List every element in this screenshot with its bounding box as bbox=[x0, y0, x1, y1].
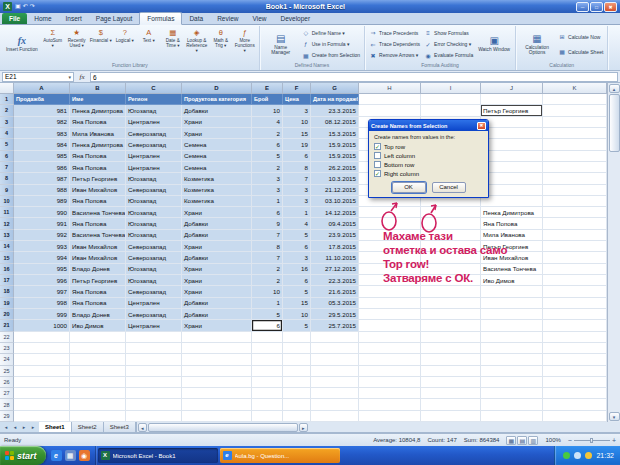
cell-I2[interactable] bbox=[421, 105, 481, 116]
zoom-in-icon[interactable]: + bbox=[612, 437, 616, 444]
cell-F16[interactable]: 16 bbox=[283, 264, 311, 275]
cell-C22[interactable] bbox=[126, 332, 182, 343]
cell-B22[interactable] bbox=[70, 332, 126, 343]
dialog-close-icon[interactable]: ✖ bbox=[477, 122, 486, 130]
col-header-B[interactable]: B bbox=[70, 83, 126, 94]
cell-J6[interactable] bbox=[481, 151, 543, 162]
ribbon-button-recently-used[interactable]: ★Recently Used ▾ bbox=[65, 26, 89, 62]
tab-formulas[interactable]: Formulas bbox=[139, 12, 182, 25]
cell-E25[interactable] bbox=[252, 366, 283, 377]
cell-E16[interactable]: 2 bbox=[252, 264, 283, 275]
cell-K17[interactable] bbox=[543, 275, 607, 286]
cell-H29[interactable] bbox=[359, 411, 421, 422]
cell-I28[interactable] bbox=[421, 399, 481, 410]
cell-B17[interactable]: Петър Георгиев bbox=[70, 275, 126, 286]
cell-F2[interactable]: 3 bbox=[283, 105, 311, 116]
cell-C14[interactable]: Северозапад bbox=[126, 241, 182, 252]
cell-C17[interactable]: Югозапад bbox=[126, 275, 182, 286]
tab-data[interactable]: Data bbox=[182, 13, 210, 24]
cell-E15[interactable]: 7 bbox=[252, 252, 283, 263]
cell-C10[interactable]: Югозапад bbox=[126, 196, 182, 207]
ribbon-button-error-checking[interactable]: ✓Error Checking ▾ bbox=[422, 39, 475, 50]
taskbar-app-microsoft-excel-book1[interactable]: XMicrosoft Excel - Book1 bbox=[98, 448, 218, 463]
cell-A8[interactable]: 987 bbox=[14, 173, 70, 184]
cell-C6[interactable]: Централен bbox=[126, 151, 182, 162]
row-header-5[interactable]: 5 bbox=[0, 139, 14, 150]
cell-K8[interactable] bbox=[543, 173, 607, 184]
ribbon-button-more-functions[interactable]: ƒMore Functions ▾ bbox=[233, 26, 257, 62]
cell-D2[interactable]: Добавки bbox=[182, 105, 252, 116]
row-header-24[interactable]: 24 bbox=[0, 354, 14, 365]
cell-J8[interactable] bbox=[481, 173, 543, 184]
cell-A13[interactable]: 992 bbox=[14, 230, 70, 241]
cell-B11[interactable]: Василена Тончева bbox=[70, 207, 126, 218]
next-sheet-icon[interactable]: ▸ bbox=[20, 424, 28, 430]
cell-A21[interactable]: 1000 bbox=[14, 320, 70, 331]
cell-D15[interactable]: Добавки bbox=[182, 252, 252, 263]
cell-F27[interactable] bbox=[283, 388, 311, 399]
cell-B28[interactable] bbox=[70, 399, 126, 410]
cell-K21[interactable] bbox=[543, 320, 607, 331]
col-header-D[interactable]: D bbox=[182, 83, 252, 94]
col-header-K[interactable]: K bbox=[543, 83, 607, 94]
zoom-slider[interactable]: − + bbox=[568, 437, 616, 444]
cell-A9[interactable]: 988 bbox=[14, 185, 70, 196]
cell-E9[interactable]: 3 bbox=[252, 185, 283, 196]
tab-home[interactable]: Home bbox=[27, 13, 58, 24]
zoom-out-icon[interactable]: − bbox=[568, 437, 572, 444]
cell-B27[interactable] bbox=[70, 388, 126, 399]
cell-H28[interactable] bbox=[359, 399, 421, 410]
row-header-4[interactable]: 4 bbox=[0, 128, 14, 139]
cell-J21[interactable] bbox=[481, 320, 543, 331]
cell-D9[interactable]: Козметика bbox=[182, 185, 252, 196]
cell-B9[interactable]: Иван Михайлов bbox=[70, 185, 126, 196]
save-icon[interactable]: ▣ bbox=[15, 2, 21, 11]
row-header-16[interactable]: 16 bbox=[0, 264, 14, 275]
cell-A10[interactable]: 989 bbox=[14, 196, 70, 207]
name-box-dropdown-icon[interactable]: ▾ bbox=[68, 74, 71, 80]
cell-I21[interactable] bbox=[421, 320, 481, 331]
vertical-scrollbar[interactable]: ▴ ▾ bbox=[607, 83, 620, 422]
checkbox-left-column[interactable]: Left column bbox=[374, 151, 483, 160]
row-header-19[interactable]: 19 bbox=[0, 298, 14, 309]
cell-A1[interactable]: Продажба bbox=[14, 94, 70, 105]
cell-E1[interactable]: Брой bbox=[252, 94, 283, 105]
cell-F3[interactable]: 10 bbox=[283, 117, 311, 128]
cell-J7[interactable] bbox=[481, 162, 543, 173]
cell-A7[interactable]: 986 bbox=[14, 162, 70, 173]
cell-F17[interactable]: 6 bbox=[283, 275, 311, 286]
row-header-11[interactable]: 11 bbox=[0, 207, 14, 218]
col-header-I[interactable]: I bbox=[421, 83, 481, 94]
cell-D6[interactable]: Семена bbox=[182, 151, 252, 162]
cell-B13[interactable]: Василена Тончева bbox=[70, 230, 126, 241]
cell-B21[interactable]: Иво Димов bbox=[70, 320, 126, 331]
cell-K4[interactable] bbox=[543, 128, 607, 139]
internet-explorer-icon[interactable]: e bbox=[51, 450, 62, 461]
cell-K15[interactable] bbox=[543, 252, 607, 263]
cell-A5[interactable]: 984 bbox=[14, 139, 70, 150]
checkbox-bottom-row[interactable]: Bottom row bbox=[374, 160, 483, 169]
cell-J4[interactable] bbox=[481, 128, 543, 139]
cell-G22[interactable] bbox=[311, 332, 359, 343]
cell-A3[interactable]: 982 bbox=[14, 117, 70, 128]
cell-A20[interactable]: 999 bbox=[14, 309, 70, 320]
first-sheet-icon[interactable]: ◂ bbox=[2, 424, 10, 430]
cell-G24[interactable] bbox=[311, 354, 359, 365]
cell-C7[interactable]: Централен bbox=[126, 162, 182, 173]
cell-K12[interactable] bbox=[543, 218, 607, 229]
scroll-down-icon[interactable]: ▾ bbox=[609, 412, 620, 421]
ribbon-button-math-trig[interactable]: θMath & Trig ▾ bbox=[209, 26, 233, 62]
cell-F9[interactable]: 3 bbox=[283, 185, 311, 196]
cell-H19[interactable] bbox=[359, 298, 421, 309]
row-header-17[interactable]: 17 bbox=[0, 275, 14, 286]
row-header-1[interactable]: 1 bbox=[0, 94, 14, 105]
row-header-9[interactable]: 9 bbox=[0, 185, 14, 196]
cell-G15[interactable]: 11.10.2015 bbox=[311, 252, 359, 263]
cell-C28[interactable] bbox=[126, 399, 182, 410]
cell-D19[interactable]: Добавки bbox=[182, 298, 252, 309]
cell-C21[interactable]: Централен bbox=[126, 320, 182, 331]
cell-D29[interactable] bbox=[182, 411, 252, 422]
previous-sheet-icon[interactable]: ◂ bbox=[11, 424, 19, 430]
cell-E5[interactable]: 6 bbox=[252, 139, 283, 150]
cell-E29[interactable] bbox=[252, 411, 283, 422]
